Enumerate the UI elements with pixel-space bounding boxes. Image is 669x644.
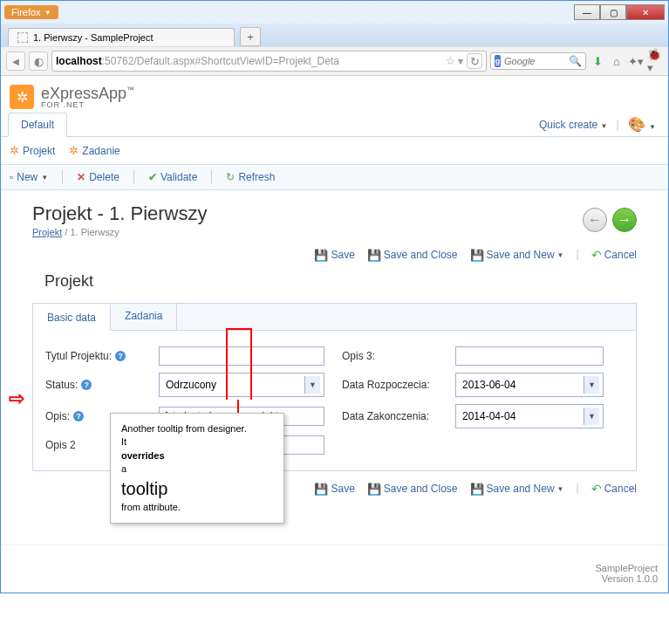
footer: SampleProject Version 1.0.0 xyxy=(1,545,668,593)
label-status: Status: ? xyxy=(45,379,141,391)
top-nav: Default Quick create ▼ | 🎨 ▼ xyxy=(1,113,668,137)
url-host: localhost xyxy=(56,55,102,67)
page-title: Projekt - 1. Pierwszy xyxy=(32,202,208,225)
gear-icon: ✲ xyxy=(10,144,19,157)
search-icon[interactable]: 🔍 xyxy=(569,55,582,67)
save-button[interactable]: 💾Save xyxy=(314,482,354,496)
window-titlebar: Firefox ▼ — ▢ ✕ xyxy=(1,1,668,24)
firefox-menu-label: Firefox xyxy=(11,7,41,17)
chevron-down-icon[interactable]: ▼ xyxy=(584,376,599,394)
chevron-down-icon[interactable]: ▼ xyxy=(584,408,599,425)
save-close-button[interactable]: 💾Save and Close xyxy=(367,482,458,496)
nav-back-button[interactable]: ← xyxy=(583,208,607,232)
undo-icon: ↶ xyxy=(591,482,602,496)
firebug-icon[interactable]: 🐞▾ xyxy=(647,53,663,69)
annotation-box xyxy=(226,328,252,400)
chevron-down-icon: ▼ xyxy=(41,174,48,182)
input-opis3[interactable] xyxy=(455,346,604,366)
topnav-tab-default[interactable]: Default xyxy=(8,113,67,137)
save-close-icon: 💾 xyxy=(367,483,381,496)
url-field[interactable]: localhost:50762/Default.aspx#ShortcutVie… xyxy=(51,51,487,72)
google-icon: g xyxy=(495,55,501,67)
detail-tab-host: Basic data Zadania ⇨ ▼ Tytul Projektu: ?… xyxy=(32,303,637,471)
save-new-button[interactable]: 💾Save and New ▼ xyxy=(470,248,564,262)
chevron-down-icon: ▼ xyxy=(557,251,564,259)
tab-basic-data[interactable]: Basic data xyxy=(33,304,111,331)
save-close-button[interactable]: 💾Save and Close xyxy=(367,248,458,262)
download-icon[interactable]: ⬇ xyxy=(590,53,605,69)
quick-create-link[interactable]: Quick create ▼ xyxy=(539,119,608,131)
chevron-down-icon[interactable]: ▼ xyxy=(304,376,320,394)
browser-tab-title: 1. Pierwszy - SampleProject xyxy=(33,32,154,43)
close-button[interactable]: ✕ xyxy=(626,4,665,20)
help-icon[interactable]: ? xyxy=(73,411,84,421)
save-close-icon: 💾 xyxy=(367,249,381,262)
search-field[interactable]: g 🔍 xyxy=(490,52,586,70)
brand-text: eXpressApp™ FOR .NET xyxy=(41,85,134,109)
annotation-arrow-left: ⇨ xyxy=(9,387,24,410)
chevron-down-icon: ▼ xyxy=(601,122,608,130)
undo-icon: ↶ xyxy=(591,248,602,262)
tab-zadania[interactable]: Zadania xyxy=(111,304,177,330)
save-icon: 💾 xyxy=(314,249,328,262)
label-opis3: Opis 3: xyxy=(342,350,438,362)
back-button[interactable]: ◄ xyxy=(6,51,25,71)
tooltip: Another tooltip from designer. It overri… xyxy=(110,413,284,524)
theme-icon[interactable]: 🎨 ▼ xyxy=(628,116,656,133)
help-icon[interactable]: ? xyxy=(81,380,92,390)
cancel-button[interactable]: ↶Cancel xyxy=(591,482,637,496)
search-input[interactable] xyxy=(504,56,565,66)
sub-nav: ✲Projekt ✲Zadanie xyxy=(1,137,668,164)
delete-button[interactable]: ✕Delete xyxy=(77,170,119,184)
label-tytul: Tytul Projektu: ? xyxy=(45,350,141,362)
breadcrumb-root[interactable]: Projekt xyxy=(32,227,62,237)
check-icon: ✔ xyxy=(148,171,157,183)
nav-forward-button[interactable]: → xyxy=(612,208,637,232)
browser-tabstrip: 1. Pierwszy - SampleProject + xyxy=(1,24,668,46)
maximize-button[interactable]: ▢ xyxy=(600,4,626,20)
save-button[interactable]: 💾Save xyxy=(314,248,354,262)
feed-icon[interactable]: ☆ ▾ xyxy=(446,55,463,67)
firefox-menu-button[interactable]: Firefox ▼ xyxy=(4,5,58,19)
reload-button[interactable]: ↻ xyxy=(467,53,482,69)
validate-button[interactable]: ✔Validate xyxy=(148,170,197,184)
subnav-zadanie[interactable]: ✲Zadanie xyxy=(69,144,119,157)
save-icon: 💾 xyxy=(314,483,328,496)
x-icon: ✕ xyxy=(77,171,85,183)
label-data-rozp: Data Rozpoczecia: xyxy=(342,379,438,391)
url-path: :50762/Default.aspx#ShortcutViewID=Proje… xyxy=(102,55,339,67)
date-rozp[interactable]: ▼ xyxy=(455,373,604,397)
bookmarks-icon[interactable]: ✦▾ xyxy=(628,53,644,69)
cancel-button[interactable]: ↶Cancel xyxy=(591,248,637,262)
date-zak[interactable]: ▼ xyxy=(455,404,604,428)
document-icon: ▫ xyxy=(10,171,13,183)
new-tab-button[interactable]: + xyxy=(240,27,261,46)
label-data-zak: Data Zakonczenia: xyxy=(342,410,438,422)
globe-icon: ◐ xyxy=(29,51,48,71)
save-new-icon: 💾 xyxy=(470,249,484,262)
chevron-down-icon: ▼ xyxy=(557,485,564,493)
brand-logo-icon: ✲ xyxy=(10,85,34,109)
minimize-button[interactable]: — xyxy=(574,4,600,20)
save-new-icon: 💾 xyxy=(470,483,484,496)
browser-tab[interactable]: 1. Pierwszy - SampleProject xyxy=(8,28,235,46)
gear-icon: ✲ xyxy=(69,144,79,157)
save-bar-top: 💾Save 💾Save and Close 💾Save and New ▼ | … xyxy=(32,248,637,262)
breadcrumb-leaf: 1. Pierwszy xyxy=(70,227,119,237)
url-toolbar: ◄ ◐ localhost:50762/Default.aspx#Shortcu… xyxy=(1,46,668,76)
breadcrumb: Projekt / 1. Pierwszy xyxy=(32,227,208,237)
chevron-down-icon: ▼ xyxy=(44,9,51,17)
home-icon[interactable]: ⌂ xyxy=(609,53,625,69)
new-button[interactable]: ▫New ▼ xyxy=(10,170,48,184)
brand-header: ✲ eXpressApp™ FOR .NET xyxy=(1,76,668,113)
action-bar: ▫New ▼ ✕Delete ✔Validate ↻Refresh xyxy=(1,164,668,190)
section-title: Projekt xyxy=(44,272,637,291)
page-icon xyxy=(17,32,28,43)
save-new-button[interactable]: 💾Save and New ▼ xyxy=(470,482,564,496)
refresh-icon: ↻ xyxy=(226,171,235,183)
subnav-projekt[interactable]: ✲Projekt xyxy=(10,144,55,157)
refresh-button[interactable]: ↻Refresh xyxy=(226,170,275,184)
help-icon[interactable]: ? xyxy=(115,351,126,361)
